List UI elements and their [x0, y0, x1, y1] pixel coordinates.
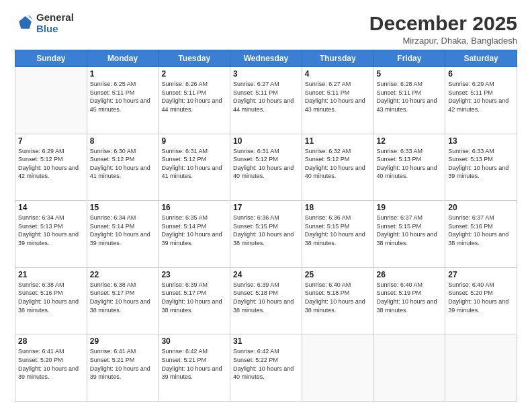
calendar-cell: 5Sunrise: 6:28 AMSunset: 5:11 PMDaylight… — [373, 67, 445, 134]
calendar-cell: 6Sunrise: 6:29 AMSunset: 5:11 PMDaylight… — [445, 67, 517, 134]
day-number: 30 — [161, 336, 227, 346]
day-number: 16 — [161, 203, 227, 212]
calendar-cell: 17Sunrise: 6:36 AMSunset: 5:15 PMDayligh… — [230, 201, 302, 268]
calendar-week-row: 1Sunrise: 6:25 AMSunset: 5:11 PMDaylight… — [15, 67, 517, 134]
day-info: Sunrise: 6:36 AMSunset: 5:15 PMDaylight:… — [233, 214, 299, 247]
calendar-header-row: SundayMondayTuesdayWednesdayThursdayFrid… — [15, 50, 517, 67]
calendar-page: General Blue December 2025 Mirzapur, Dha… — [0, 0, 532, 411]
day-number: 26 — [377, 270, 443, 279]
calendar-cell: 31Sunrise: 6:42 AMSunset: 5:22 PMDayligh… — [230, 334, 302, 402]
day-info: Sunrise: 6:32 AMSunset: 5:12 PMDaylight:… — [305, 147, 371, 181]
day-info: Sunrise: 6:27 AMSunset: 5:11 PMDaylight:… — [233, 80, 299, 113]
svg-marker-0 — [19, 16, 32, 29]
calendar-week-row: 28Sunrise: 6:41 AMSunset: 5:20 PMDayligh… — [15, 334, 517, 402]
calendar-cell — [15, 67, 87, 134]
calendar-cell — [445, 334, 517, 402]
calendar-cell: 26Sunrise: 6:40 AMSunset: 5:19 PMDayligh… — [373, 267, 445, 334]
day-number: 21 — [18, 270, 84, 279]
day-number: 28 — [18, 336, 84, 346]
day-number: 1 — [90, 69, 156, 79]
calendar-cell: 13Sunrise: 6:33 AMSunset: 5:13 PMDayligh… — [445, 134, 517, 201]
svg-marker-2 — [28, 16, 32, 19]
calendar-cell: 16Sunrise: 6:35 AMSunset: 5:14 PMDayligh… — [159, 201, 230, 268]
day-info: Sunrise: 6:37 AMSunset: 5:16 PMDaylight:… — [448, 214, 514, 247]
calendar-cell: 3Sunrise: 6:27 AMSunset: 5:11 PMDaylight… — [230, 67, 302, 134]
calendar-cell: 23Sunrise: 6:39 AMSunset: 5:17 PMDayligh… — [159, 267, 230, 334]
day-number: 5 — [377, 69, 443, 79]
calendar-cell: 21Sunrise: 6:38 AMSunset: 5:16 PMDayligh… — [15, 267, 87, 334]
day-info: Sunrise: 6:34 AMSunset: 5:13 PMDaylight:… — [18, 214, 84, 247]
day-info: Sunrise: 6:39 AMSunset: 5:17 PMDaylight:… — [161, 281, 227, 314]
calendar-header-saturday: Saturday — [445, 50, 517, 67]
day-number: 17 — [233, 203, 299, 212]
calendar-cell: 12Sunrise: 6:33 AMSunset: 5:13 PMDayligh… — [373, 134, 445, 201]
day-info: Sunrise: 6:41 AMSunset: 5:20 PMDaylight:… — [18, 347, 84, 381]
calendar-cell: 28Sunrise: 6:41 AMSunset: 5:20 PMDayligh… — [15, 334, 87, 402]
day-number: 9 — [161, 136, 227, 146]
day-number: 15 — [90, 203, 156, 212]
day-number: 2 — [161, 69, 227, 79]
day-info: Sunrise: 6:30 AMSunset: 5:12 PMDaylight:… — [90, 147, 156, 181]
day-number: 20 — [448, 203, 514, 212]
day-info: Sunrise: 6:38 AMSunset: 5:16 PMDaylight:… — [18, 281, 84, 314]
day-info: Sunrise: 6:42 AMSunset: 5:21 PMDaylight:… — [161, 347, 227, 381]
calendar-cell: 14Sunrise: 6:34 AMSunset: 5:13 PMDayligh… — [15, 201, 87, 268]
calendar-cell: 1Sunrise: 6:25 AMSunset: 5:11 PMDaylight… — [87, 67, 159, 134]
day-number: 11 — [305, 136, 371, 146]
header: General Blue December 2025 Mirzapur, Dha… — [15, 12, 517, 46]
day-info: Sunrise: 6:28 AMSunset: 5:11 PMDaylight:… — [377, 80, 443, 113]
calendar-header-friday: Friday — [373, 50, 445, 67]
day-number: 24 — [233, 270, 299, 279]
calendar-cell: 22Sunrise: 6:38 AMSunset: 5:17 PMDayligh… — [87, 267, 159, 334]
logo: General Blue — [15, 12, 74, 34]
day-info: Sunrise: 6:40 AMSunset: 5:18 PMDaylight:… — [305, 281, 371, 314]
day-info: Sunrise: 6:29 AMSunset: 5:11 PMDaylight:… — [448, 80, 514, 113]
day-number: 23 — [161, 270, 227, 279]
calendar-cell: 25Sunrise: 6:40 AMSunset: 5:18 PMDayligh… — [302, 267, 373, 334]
day-number: 8 — [90, 136, 156, 146]
calendar-header-tuesday: Tuesday — [159, 50, 230, 67]
day-number: 4 — [305, 69, 371, 79]
calendar-cell: 2Sunrise: 6:26 AMSunset: 5:11 PMDaylight… — [159, 67, 230, 134]
day-number: 6 — [448, 69, 514, 79]
calendar-cell: 20Sunrise: 6:37 AMSunset: 5:16 PMDayligh… — [445, 201, 517, 268]
day-info: Sunrise: 6:41 AMSunset: 5:21 PMDaylight:… — [90, 347, 156, 381]
calendar-header-sunday: Sunday — [15, 50, 87, 67]
day-info: Sunrise: 6:29 AMSunset: 5:12 PMDaylight:… — [18, 147, 84, 181]
calendar-cell: 9Sunrise: 6:31 AMSunset: 5:12 PMDaylight… — [159, 134, 230, 201]
day-info: Sunrise: 6:39 AMSunset: 5:18 PMDaylight:… — [233, 281, 299, 314]
day-number: 29 — [90, 336, 156, 346]
calendar-cell: 24Sunrise: 6:39 AMSunset: 5:18 PMDayligh… — [230, 267, 302, 334]
day-number: 31 — [233, 336, 299, 346]
calendar-week-row: 21Sunrise: 6:38 AMSunset: 5:16 PMDayligh… — [15, 267, 517, 334]
title-block: December 2025 Mirzapur, Dhaka, Banglades… — [369, 12, 517, 46]
calendar-cell: 29Sunrise: 6:41 AMSunset: 5:21 PMDayligh… — [87, 334, 159, 402]
day-number: 19 — [377, 203, 443, 212]
day-info: Sunrise: 6:35 AMSunset: 5:14 PMDaylight:… — [161, 214, 227, 247]
calendar-cell: 8Sunrise: 6:30 AMSunset: 5:12 PMDaylight… — [87, 134, 159, 201]
calendar-cell: 4Sunrise: 6:27 AMSunset: 5:11 PMDaylight… — [302, 67, 373, 134]
day-number: 10 — [233, 136, 299, 146]
day-number: 13 — [448, 136, 514, 146]
calendar-cell: 10Sunrise: 6:31 AMSunset: 5:12 PMDayligh… — [230, 134, 302, 201]
day-info: Sunrise: 6:40 AMSunset: 5:20 PMDaylight:… — [448, 281, 514, 314]
logo-text: General Blue — [36, 12, 74, 34]
day-info: Sunrise: 6:31 AMSunset: 5:12 PMDaylight:… — [161, 147, 227, 181]
calendar-cell: 15Sunrise: 6:34 AMSunset: 5:14 PMDayligh… — [87, 201, 159, 268]
day-number: 18 — [305, 203, 371, 212]
calendar-cell: 7Sunrise: 6:29 AMSunset: 5:12 PMDaylight… — [15, 134, 87, 201]
calendar-cell: 27Sunrise: 6:40 AMSunset: 5:20 PMDayligh… — [445, 267, 517, 334]
calendar-table: SundayMondayTuesdayWednesdayThursdayFrid… — [15, 50, 517, 402]
calendar-cell: 18Sunrise: 6:36 AMSunset: 5:15 PMDayligh… — [302, 201, 373, 268]
day-number: 7 — [18, 136, 84, 146]
calendar-header-monday: Monday — [87, 50, 159, 67]
day-info: Sunrise: 6:38 AMSunset: 5:17 PMDaylight:… — [90, 281, 156, 314]
day-info: Sunrise: 6:36 AMSunset: 5:15 PMDaylight:… — [305, 214, 371, 247]
calendar-cell: 11Sunrise: 6:32 AMSunset: 5:12 PMDayligh… — [302, 134, 373, 201]
day-info: Sunrise: 6:26 AMSunset: 5:11 PMDaylight:… — [161, 80, 227, 113]
day-info: Sunrise: 6:42 AMSunset: 5:22 PMDaylight:… — [233, 347, 299, 381]
calendar-week-row: 14Sunrise: 6:34 AMSunset: 5:13 PMDayligh… — [15, 201, 517, 268]
location: Mirzapur, Dhaka, Bangladesh — [369, 36, 517, 46]
day-info: Sunrise: 6:40 AMSunset: 5:19 PMDaylight:… — [377, 281, 443, 314]
calendar-header-thursday: Thursday — [302, 50, 373, 67]
